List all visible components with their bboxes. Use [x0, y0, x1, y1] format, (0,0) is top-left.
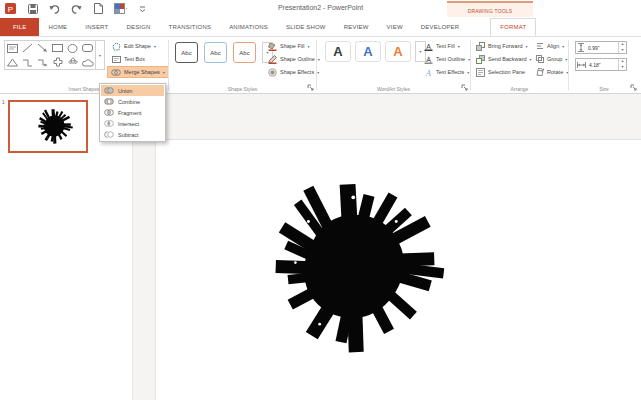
bring-forward-button[interactable]: Bring Forward▾ — [473, 40, 531, 52]
combine-icon — [104, 97, 114, 106]
shape-style-thumb-2[interactable]: Abc — [204, 42, 227, 63]
text-box-button[interactable]: Text Box — [109, 53, 148, 65]
tab-transitions[interactable]: TRANSITIONS — [160, 18, 221, 36]
shape-gallery-more-button[interactable]: ▾ — [96, 40, 105, 70]
svg-text:A: A — [426, 55, 431, 62]
wordart-thumb-2[interactable]: A — [355, 41, 381, 62]
textbox-shape-icon[interactable] — [5, 41, 20, 55]
tab-developer[interactable]: DEVELOPER — [412, 18, 468, 36]
tab-design[interactable]: DESIGN — [117, 18, 159, 36]
editing-area: 1 — [0, 94, 641, 400]
text-effects-button[interactable]: A Text Effects▾ — [421, 66, 472, 78]
shape-width-field[interactable]: 4.18" ▲▼ — [575, 58, 627, 71]
selection-pane-button[interactable]: Selection Pane — [473, 66, 528, 78]
width-spinner[interactable]: ▲▼ — [618, 59, 626, 70]
tab-format-active[interactable]: FORMAT — [490, 18, 536, 36]
tab-review[interactable]: REVIEW — [335, 18, 378, 36]
tab-animations[interactable]: ANIMATIONS — [220, 18, 277, 36]
group-size: 0.99" ▲▼ 4.18" ▲▼ Size — [569, 37, 639, 93]
shape-outline-icon — [268, 55, 277, 64]
text-fill-button[interactable]: A Text Fill▾ — [421, 40, 463, 52]
oval-shape-icon[interactable] — [65, 41, 80, 55]
rotate-icon — [536, 68, 544, 76]
text-outline-button[interactable]: A Text Outline▾ — [421, 53, 473, 65]
contextual-tab-group-label: DRAWING TOOLS — [447, 1, 533, 17]
plus-shape-icon[interactable] — [50, 55, 65, 69]
send-backward-button[interactable]: Send Backward▾ — [473, 53, 535, 65]
shape-gallery[interactable] — [4, 40, 96, 70]
edit-shape-button[interactable]: Edit Shape▾ — [109, 40, 159, 52]
height-spinner[interactable]: ▲▼ — [618, 42, 626, 53]
group-wordart-styles: A A A ▾ A Text Fill▾ A Text Outline▾ A T… — [317, 37, 470, 93]
shape-style-thumb-3[interactable]: Abc — [233, 42, 256, 63]
rotate-button[interactable]: Rotate▾ — [533, 66, 571, 78]
rounded-rectangle-shape-icon[interactable] — [80, 41, 95, 55]
ribbon: ▾ Insert Shapes Edit Shape▾ Text Box Mer… — [0, 37, 641, 94]
wordart-thumb-1[interactable]: A — [325, 41, 351, 62]
group-arrange: Bring Forward▾ Send Backward▾ Selection … — [471, 37, 568, 93]
shape-fill-button[interactable]: Shape Fill▾ — [265, 40, 312, 52]
svg-text:A: A — [425, 68, 431, 77]
align-icon — [536, 42, 544, 50]
tab-file[interactable]: FILE — [0, 18, 39, 36]
menu-item-union[interactable]: Union — [101, 85, 164, 96]
align-button[interactable]: Align▾ — [533, 40, 567, 52]
intersect-icon — [104, 119, 114, 128]
menu-item-subtract[interactable]: Subtract — [101, 129, 164, 140]
shape-outline-button[interactable]: Shape Outline▾ — [265, 53, 323, 65]
group-objects-icon — [536, 55, 544, 63]
title-bar: P Presentation2 - PowerPoint DRAWING TOO… — [0, 0, 641, 18]
shape-width-icon — [577, 61, 586, 69]
group-label-shape-styles: Shape Styles — [169, 86, 316, 92]
wordart-thumb-3[interactable]: A — [385, 41, 411, 62]
text-outline-icon: A — [424, 55, 433, 64]
tab-insert[interactable]: INSERT — [76, 18, 117, 36]
elbow-connector-icon[interactable] — [20, 55, 35, 69]
text-effects-icon: A — [424, 68, 433, 77]
slide[interactable] — [155, 139, 641, 400]
ink-splat-thumbnail — [34, 106, 76, 148]
merge-shapes-icon — [111, 68, 121, 77]
triangle-shape-icon[interactable] — [5, 55, 20, 69]
group-button[interactable]: Group▾ — [533, 53, 570, 65]
cloud-shape-icon[interactable] — [80, 55, 95, 69]
text-fill-icon: A — [424, 42, 433, 51]
text-box-icon — [112, 55, 121, 64]
shape-height-icon — [577, 43, 585, 52]
svg-text:A: A — [426, 42, 431, 49]
ink-splat-shape[interactable] — [254, 173, 460, 369]
group-label-arrange: Arrange — [471, 86, 568, 92]
group-label-size: Size — [569, 86, 639, 92]
bring-forward-icon — [476, 42, 485, 51]
window-title: Presentation2 - PowerPoint — [0, 4, 641, 11]
elbow-arrow-connector-icon[interactable] — [35, 55, 50, 69]
tab-slide-show[interactable]: SLIDE SHOW — [277, 18, 335, 36]
menu-item-combine[interactable]: Combine — [101, 96, 164, 107]
slide-1-thumbnail[interactable] — [8, 100, 88, 153]
quad-arrow-shape-icon[interactable] — [65, 55, 80, 69]
merge-shapes-button[interactable]: Merge Shapes▾ — [107, 66, 169, 78]
selection-pane-icon — [476, 68, 485, 77]
subtract-icon — [104, 130, 114, 139]
fragment-icon — [104, 108, 114, 117]
line-shape-icon[interactable] — [20, 41, 35, 55]
group-shape-styles: Abc Abc Abc ▾ Shape Fill▾ Shape Outline▾… — [169, 37, 316, 93]
menu-item-fragment[interactable]: Fragment — [101, 107, 164, 118]
edit-shape-icon — [112, 42, 121, 51]
arrow-shape-icon[interactable] — [35, 41, 50, 55]
menu-item-intersect[interactable]: Intersect — [101, 118, 164, 129]
tab-home[interactable]: HOME — [39, 18, 76, 36]
rectangle-shape-icon[interactable] — [50, 41, 65, 55]
merge-shapes-menu: Union Combine Fragment Intersect Subtrac… — [99, 83, 166, 142]
shape-effects-button[interactable]: Shape Effects▾ — [265, 66, 322, 78]
shape-height-field[interactable]: 0.99" ▲▼ — [575, 41, 627, 54]
ribbon-tab-row: FILE HOME INSERT DESIGN TRANSITIONS ANIM… — [0, 18, 641, 37]
tab-view[interactable]: VIEW — [378, 18, 412, 36]
powerpoint-window: P Presentation2 - PowerPoint DRAWING TOO… — [0, 0, 641, 400]
send-backward-icon — [476, 55, 485, 64]
group-label-wordart-styles: WordArt Styles — [317, 86, 470, 92]
shape-style-thumb-1[interactable]: Abc — [175, 42, 198, 63]
slide-number: 1 — [2, 99, 5, 105]
slide-canvas-area — [134, 94, 641, 400]
shape-effects-icon — [268, 68, 277, 77]
